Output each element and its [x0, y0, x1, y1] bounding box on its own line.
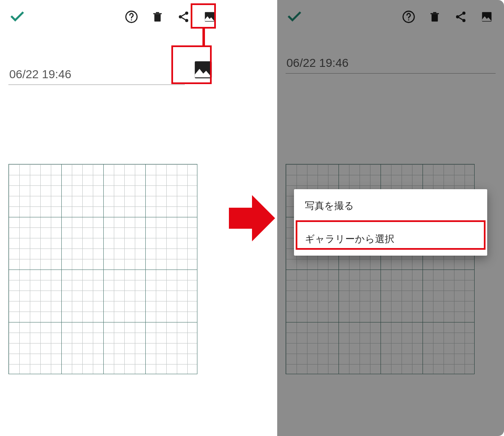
dialog-option-choose-gallery[interactable]: ギャラリーから選択 — [294, 222, 487, 256]
dialog-option-take-photo[interactable]: 写真を撮る — [294, 189, 487, 222]
svg-point-3 — [179, 15, 182, 18]
screen-before — [0, 0, 227, 436]
image-icon — [203, 11, 216, 23]
svg-point-1 — [131, 19, 132, 21]
share-button[interactable] — [171, 4, 197, 30]
confirm-button[interactable] — [4, 4, 30, 30]
note-title-input[interactable] — [8, 66, 185, 85]
delete-button[interactable] — [144, 4, 171, 30]
screen-after: 写真を撮る ギャラリーから選択 — [277, 0, 504, 436]
trash-icon — [151, 11, 164, 23]
svg-point-4 — [185, 19, 189, 22]
image-icon — [192, 58, 215, 81]
insert-image-button[interactable] — [188, 55, 218, 85]
check-icon — [9, 9, 25, 25]
help-button[interactable] — [118, 4, 144, 30]
drawing-area — [8, 164, 197, 374]
svg-point-2 — [185, 12, 189, 15]
title-row — [0, 34, 227, 85]
flow-arrow-icon — [229, 193, 275, 243]
toolbar — [0, 0, 227, 34]
image-button[interactable] — [197, 4, 223, 30]
share-icon — [177, 11, 190, 23]
image-source-dialog: 写真を撮る ギャラリーから選択 — [294, 189, 487, 256]
drawing-grid[interactable] — [8, 164, 197, 374]
flow-gap — [227, 0, 277, 436]
help-circle-icon — [125, 10, 138, 24]
